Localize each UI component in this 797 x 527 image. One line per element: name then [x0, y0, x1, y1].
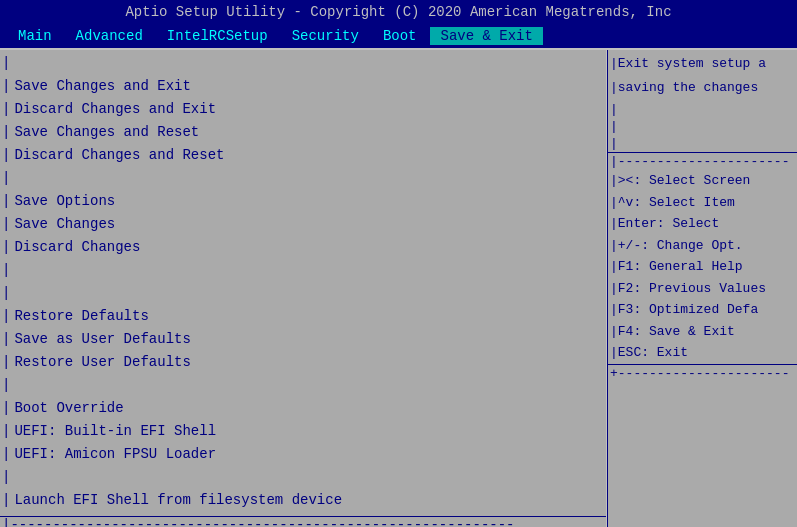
tab-save---exit[interactable]: Save & Exit	[430, 27, 542, 45]
tab-boot[interactable]: Boot	[373, 27, 427, 45]
menu-link[interactable]: Discard Changes and Reset	[10, 145, 224, 166]
menu-row: |	[0, 259, 606, 282]
bios-screen: Aptio Setup Utility - Copyright (C) 2020…	[0, 0, 797, 527]
menu-link[interactable]: UEFI: Built-in EFI Shell	[10, 421, 216, 442]
menu-link[interactable]: Restore Defaults	[10, 306, 148, 327]
pipe-char: |	[0, 145, 10, 166]
menu-section-label: Boot Override	[10, 398, 123, 419]
shortcut-item: |F3: Optimized Defa	[608, 299, 797, 321]
menu-row: |	[0, 466, 606, 489]
menu-row[interactable]: |Save as User Defaults	[0, 328, 606, 351]
menu-link[interactable]: Discard Changes	[10, 237, 140, 258]
menu-link[interactable]: Launch EFI Shell from filesystem device	[10, 490, 342, 511]
tab-advanced[interactable]: Advanced	[66, 27, 153, 45]
pipe-char: |	[0, 260, 10, 281]
pipe-char: |	[0, 191, 10, 212]
shortcut-item: |^v: Select Item	[608, 192, 797, 214]
right-description-2: |saving the changes	[608, 78, 797, 102]
content-area: ||Save Changes and Exit|Discard Changes …	[0, 49, 797, 527]
pipe-char: |	[0, 444, 10, 465]
shortcut-item: |F4: Save & Exit	[608, 321, 797, 343]
shortcut-item: |Enter: Select	[608, 213, 797, 235]
pipe-char: |	[0, 214, 10, 235]
shortcut-item: |><: Select Screen	[608, 170, 797, 192]
left-menu: ||Save Changes and Exit|Discard Changes …	[0, 50, 606, 527]
menu-row[interactable]: |UEFI: Amicon FPSU Loader	[0, 443, 606, 466]
right-divider-line: |----------------------	[608, 152, 797, 170]
menu-row[interactable]: |Save Changes	[0, 213, 606, 236]
pipe-char: |	[0, 76, 10, 97]
menu-link[interactable]: UEFI: Amicon FPSU Loader	[10, 444, 216, 465]
menu-row[interactable]: |UEFI: Built-in EFI Shell	[0, 420, 606, 443]
pipe-char: |	[0, 490, 10, 511]
pipe-char: |	[0, 122, 10, 143]
menu-row[interactable]: |Restore Defaults	[0, 305, 606, 328]
menu-link[interactable]: Save Changes and Reset	[10, 122, 199, 143]
menu-row[interactable]: |Restore User Defaults	[0, 351, 606, 374]
shortcut-item: |F2: Previous Values	[608, 278, 797, 300]
shortcut-item: |+/-: Change Opt.	[608, 235, 797, 257]
right-bottom-divider: +----------------------	[608, 364, 797, 382]
pipe-char: |	[0, 99, 10, 120]
pipe-char: |	[0, 237, 10, 258]
pipe-char: |	[0, 398, 10, 419]
pipe-char: |	[0, 352, 10, 373]
menu-row: |Save Options	[0, 190, 606, 213]
pipe-char: |	[0, 306, 10, 327]
menu-bar: MainAdvancedIntelRCSetupSecurityBootSave…	[0, 24, 797, 49]
right-description: |Exit system setup a	[608, 50, 797, 78]
menu-link[interactable]: Save Changes	[10, 214, 115, 235]
pipe-char: |	[0, 375, 10, 396]
menu-link[interactable]: Save as User Defaults	[10, 329, 190, 350]
menu-link[interactable]: Restore User Defaults	[10, 352, 190, 373]
menu-row[interactable]: |Discard Changes and Reset	[0, 144, 606, 167]
left-panel: ||Save Changes and Exit|Discard Changes …	[0, 50, 607, 527]
pipe-char: |	[0, 421, 10, 442]
menu-row: |	[0, 167, 606, 190]
menu-row[interactable]: |Discard Changes and Exit	[0, 98, 606, 121]
title-text: Aptio Setup Utility - Copyright (C) 2020…	[125, 4, 671, 20]
shortcut-item: |F1: General Help	[608, 256, 797, 278]
menu-row: |Boot Override	[0, 397, 606, 420]
right-spacer: |	[608, 135, 797, 152]
menu-section-label: Save Options	[10, 191, 115, 212]
menu-link[interactable]: Discard Changes and Exit	[10, 99, 216, 120]
menu-row: |	[0, 282, 606, 305]
right-spacer: |	[608, 101, 797, 118]
tab-intelrcsetup[interactable]: IntelRCSetup	[157, 27, 278, 45]
right-spacer: |	[608, 118, 797, 135]
title-bar: Aptio Setup Utility - Copyright (C) 2020…	[0, 0, 797, 24]
menu-link[interactable]: Save Changes and Exit	[10, 76, 190, 97]
menu-row[interactable]: |Save Changes and Exit	[0, 75, 606, 98]
tab-security[interactable]: Security	[282, 27, 369, 45]
shortcut-item: |ESC: Exit	[608, 342, 797, 364]
left-bottom-divider: |---------------------------------------…	[0, 516, 606, 527]
pipe-char: |	[0, 329, 10, 350]
pipe-char: |	[0, 283, 10, 304]
tab-main[interactable]: Main	[8, 27, 62, 45]
pipe-char: |	[0, 168, 10, 189]
pipe-char: |	[0, 467, 10, 488]
menu-row[interactable]: |Launch EFI Shell from filesystem device	[0, 489, 606, 512]
menu-row: |	[0, 374, 606, 397]
right-panel: |Exit system setup a|saving the changes|…	[607, 50, 797, 527]
menu-row[interactable]: |Save Changes and Reset	[0, 121, 606, 144]
menu-row: |	[0, 52, 606, 75]
pipe-char: |	[0, 53, 10, 74]
menu-row[interactable]: |Discard Changes	[0, 236, 606, 259]
